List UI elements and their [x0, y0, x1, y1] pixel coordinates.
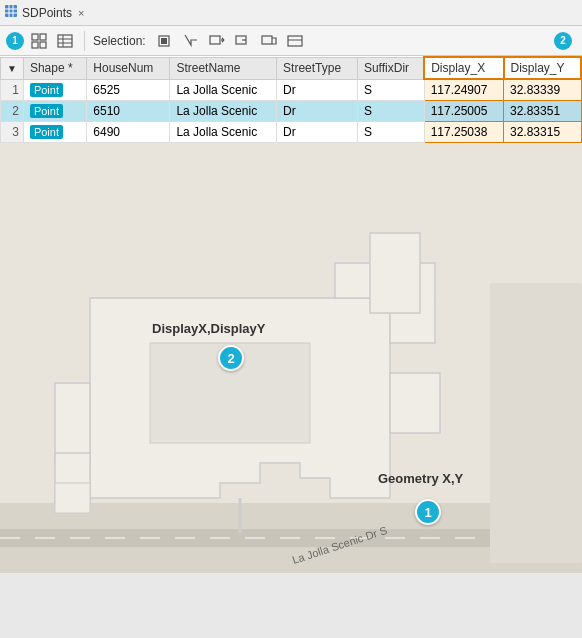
- col-display-x[interactable]: Display_X: [424, 57, 503, 79]
- toolbar-badge-2: 2: [554, 32, 572, 50]
- svg-rect-22: [288, 36, 302, 46]
- toolbar-btn-grid[interactable]: [28, 30, 50, 52]
- col-streetname[interactable]: StreetName: [170, 57, 277, 79]
- svg-rect-7: [32, 42, 38, 48]
- svg-rect-9: [58, 35, 72, 47]
- svg-rect-15: [210, 36, 220, 44]
- svg-rect-0: [5, 5, 17, 17]
- cell-shape: Point: [23, 79, 86, 101]
- toolbar-badge-1: 1: [6, 32, 24, 50]
- row-num: 2: [1, 101, 24, 122]
- cell-display-x: 117.25038: [424, 122, 503, 143]
- toolbar-select-3[interactable]: [206, 30, 228, 52]
- cell-display-x: 117.24907: [424, 79, 503, 101]
- cell-suffixdir: S: [357, 122, 424, 143]
- geometryxy-badge: 1: [415, 499, 441, 525]
- cell-shape: Point: [23, 101, 86, 122]
- cell-housenum: 6510: [87, 101, 170, 122]
- map-svg: [0, 143, 582, 573]
- table-icon: [4, 4, 18, 21]
- row-num: 3: [1, 122, 24, 143]
- cell-suffixdir: S: [357, 79, 424, 101]
- attribute-table: ▼ Shape * HouseNum StreetName StreetType…: [0, 56, 582, 143]
- cell-shape: Point: [23, 122, 86, 143]
- tab-title: SDPoints: [22, 6, 72, 20]
- displayxy-badge: 2: [218, 345, 244, 371]
- row-num: 1: [1, 79, 24, 101]
- svg-rect-21: [262, 36, 272, 44]
- svg-marker-30: [55, 383, 90, 463]
- toolbar-separator-1: [84, 31, 85, 51]
- col-streettype[interactable]: StreetType: [277, 57, 358, 79]
- toolbar-btn-table[interactable]: [54, 30, 76, 52]
- cell-streetname: La Jolla Scenic: [170, 122, 277, 143]
- table-header-row: ▼ Shape * HouseNum StreetName StreetType…: [1, 57, 582, 79]
- cell-streettype: Dr: [277, 101, 358, 122]
- svg-rect-35: [390, 373, 440, 433]
- toolbar-select-6[interactable]: [284, 30, 306, 52]
- svg-rect-14: [161, 38, 167, 44]
- col-display-y[interactable]: Display_Y: [504, 57, 581, 79]
- col-sort-arrow[interactable]: ▼: [1, 57, 24, 79]
- cell-streettype: Dr: [277, 79, 358, 101]
- cell-housenum: 6490: [87, 122, 170, 143]
- map-area: DisplayX,DisplayY 2 Geometry X,Y 1 La Jo…: [0, 143, 582, 573]
- cell-streetname: La Jolla Scenic: [170, 79, 277, 101]
- svg-rect-5: [32, 34, 38, 40]
- col-shape[interactable]: Shape *: [23, 57, 86, 79]
- cell-streetname: La Jolla Scenic: [170, 101, 277, 122]
- toolbar-select-2[interactable]: [180, 30, 202, 52]
- cell-streettype: Dr: [277, 122, 358, 143]
- cell-housenum: 6525: [87, 79, 170, 101]
- cell-display-y: 32.83339: [504, 79, 581, 101]
- svg-rect-32: [55, 483, 90, 513]
- svg-rect-6: [40, 34, 46, 40]
- tab-bar: SDPoints ×: [0, 0, 582, 26]
- table-row[interactable]: 2 Point 6510 La Jolla Scenic Dr S 117.25…: [1, 101, 582, 122]
- col-suffixdir[interactable]: SuffixDir: [357, 57, 424, 79]
- toolbar-select-1[interactable]: [154, 30, 176, 52]
- toolbar-select-5[interactable]: [258, 30, 280, 52]
- tab-close-button[interactable]: ×: [78, 7, 84, 19]
- cell-suffixdir: S: [357, 101, 424, 122]
- cell-display-y: 32.83351: [504, 101, 581, 122]
- svg-rect-34: [370, 233, 420, 313]
- cell-display-y: 32.83315: [504, 122, 581, 143]
- selection-label: Selection:: [93, 34, 146, 48]
- geometryxy-label: Geometry X,Y: [378, 471, 463, 486]
- svg-rect-8: [40, 42, 46, 48]
- cell-display-x: 117.25005: [424, 101, 503, 122]
- col-housenum[interactable]: HouseNum: [87, 57, 170, 79]
- toolbar-select-4[interactable]: [232, 30, 254, 52]
- toolbar: 1 Selection:: [0, 26, 582, 56]
- svg-rect-37: [490, 283, 582, 563]
- table-row[interactable]: 1 Point 6525 La Jolla Scenic Dr S 117.24…: [1, 79, 582, 101]
- table-row[interactable]: 3 Point 6490 La Jolla Scenic Dr S 117.25…: [1, 122, 582, 143]
- displayxy-label: DisplayX,DisplayY: [152, 321, 265, 336]
